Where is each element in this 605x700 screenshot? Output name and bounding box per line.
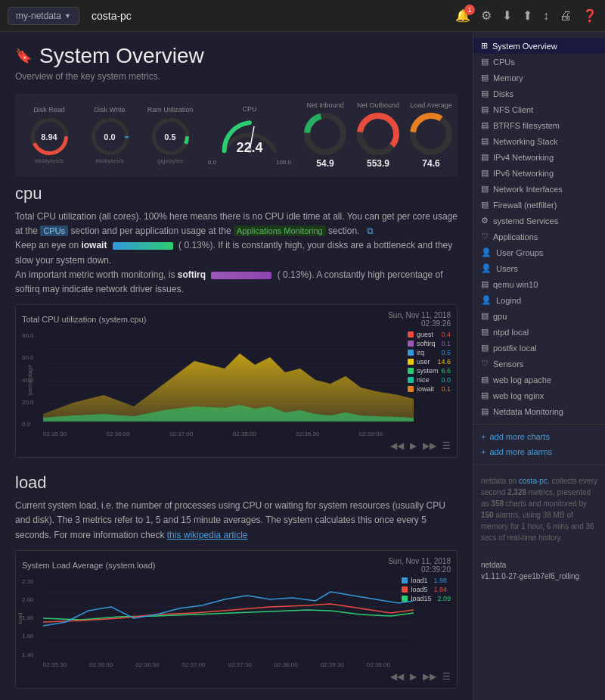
cpu-max: 100.0	[276, 159, 291, 166]
sidebar-item-label-netdata-monitoring: Netdata Monitoring	[493, 407, 563, 416]
cpu-x-3: 02:37:00	[169, 431, 193, 437]
sidebar-item-gpu[interactable]: ▤ gpu	[473, 308, 605, 324]
sidebar-item-ntpd[interactable]: ▤ ntpd local	[473, 324, 605, 340]
cpu-x-6: 02:39:00	[359, 431, 383, 437]
load-chart-controls: ◀◀ ▶ ▶▶ ☰	[22, 671, 451, 682]
export-icon[interactable]: ↕	[543, 9, 549, 23]
cpus-link[interactable]: CPUs	[40, 226, 68, 236]
sidebar-item-system-overview[interactable]: ⊞ System Overview	[473, 38, 605, 54]
gear-icon[interactable]: ⚙	[481, 8, 492, 23]
sidebar-item-applications[interactable]: ♡ Applications	[473, 229, 605, 244]
load1-value: 1.98	[433, 577, 447, 584]
cpu-next-btn[interactable]: ▶▶	[423, 440, 436, 451]
cpu-prev-btn[interactable]: ◀◀	[390, 440, 404, 451]
disk-read-gauge: Disk Read 8.94 kilobytes/s	[23, 106, 76, 164]
load-chart-header: System Load Average (system.load) Sun, N…	[22, 557, 451, 574]
cpu-x-1: 02:35:30	[43, 431, 67, 437]
add-alarms-btn[interactable]: + add more alarms	[473, 444, 605, 459]
cpu-speedometer: CPU 22.4 0.0 100.0	[204, 105, 295, 166]
sidebar-item-label-applications: Applications	[493, 232, 538, 241]
legend-softirq-value: 0.1	[441, 340, 451, 347]
bell-icon[interactable]: 🔔1	[455, 8, 470, 23]
sidebar-item-systemd[interactable]: ⚙ systemd Services	[473, 213, 605, 229]
sidebar-item-label-sensors: Sensors	[493, 359, 523, 369]
load-section: load Current system load, i.e. the numbe…	[15, 473, 458, 689]
sidebar-item-network-interfaces[interactable]: ▤ Network Interfaces	[473, 181, 605, 197]
sidebar-item-label-disks: Disks	[493, 89, 513, 98]
logind-icon: 👤	[481, 295, 492, 305]
systemd-icon: ⚙	[481, 216, 489, 226]
legend-softirq-label: softirq	[417, 340, 436, 347]
sidebar-item-web-log-apache[interactable]: ▤ web log apache	[473, 372, 605, 387]
cpu-x-4: 02:38:00	[233, 431, 256, 437]
legend-system: system6.6	[408, 367, 451, 375]
load-chart-svg	[43, 577, 414, 652]
legend-system-dot	[408, 368, 414, 374]
sidebar-item-logind[interactable]: 👤 Logind	[473, 292, 605, 308]
sidebar-item-label-ntpd: ntpd local	[493, 328, 529, 337]
qemu-icon: ▤	[481, 279, 489, 289]
cpu-x-axis: 02:35:30 02:36:00 02:37:00 02:38:00 02:3…	[43, 431, 383, 437]
download-icon[interactable]: ⬇	[502, 8, 512, 23]
cpu-menu-btn[interactable]: ☰	[442, 440, 451, 451]
disk-write-gauge: Disk Write 0.0 kilobytes/s	[83, 106, 136, 164]
softirq-text: An important metric worth monitoring, is…	[15, 269, 206, 280]
disks-nav-icon: ▤	[481, 89, 489, 98]
sidebar-item-users[interactable]: 👤 Users	[473, 260, 605, 276]
content-area: 🔖 System Overview Overview of the key sy…	[0, 32, 473, 700]
sidebar-item-user-groups[interactable]: 👤 User Groups	[473, 244, 605, 260]
add-charts-btn[interactable]: + add more charts	[473, 429, 605, 444]
sidebar-item-postfix[interactable]: ▤ postfix local	[473, 340, 605, 356]
upload-icon[interactable]: ⬆	[523, 8, 532, 23]
sidebar-item-btrfs[interactable]: ▤ BTRFS filesystem	[473, 117, 605, 133]
sidebar-item-sensors[interactable]: ♡ Sensors	[473, 356, 605, 372]
apps-link[interactable]: Applications Monitoring	[234, 226, 326, 236]
add-alarms-label: add more alarms	[489, 447, 552, 456]
sidebar-item-label-gpu: gpu	[493, 312, 507, 321]
sidebar-item-disks[interactable]: ▤ Disks	[473, 86, 605, 101]
net-inbound-label: Net Inbound	[306, 101, 343, 109]
sidebar-item-firewall[interactable]: ▤ Firewall (netfilter)	[473, 197, 605, 213]
add-charts-label: add more charts	[489, 432, 549, 441]
load-prev-btn[interactable]: ◀◀	[390, 671, 404, 682]
sidebar-item-ipv4[interactable]: ▤ IPv4 Networking	[473, 149, 605, 165]
sidebar-item-cpus[interactable]: ▤ CPUs	[473, 54, 605, 70]
sidebar-item-label-network-interfaces: Network Interfaces	[493, 185, 563, 194]
load15-dot	[402, 596, 408, 602]
cpu-x-5: 02:38:30	[296, 431, 319, 437]
sidebar-item-ipv6[interactable]: ▤ IPv6 Networking	[473, 165, 605, 181]
metrics-row: Disk Read 8.94 kilobytes/s Disk Write	[15, 94, 458, 176]
web-log-apache-icon: ▤	[481, 375, 489, 384]
netdata-dropdown-btn[interactable]: my-netdata	[8, 7, 79, 25]
load-menu-btn[interactable]: ☰	[442, 671, 451, 682]
sidebar-item-netdata-monitoring[interactable]: ▤ Netdata Monitoring	[473, 403, 605, 419]
print-icon[interactable]: 🖨	[560, 9, 572, 23]
page-subtitle: Overview of the key system metrics.	[15, 71, 458, 82]
legend-softirq-dot	[408, 341, 414, 347]
load5-dot	[402, 586, 408, 593]
cpu-desc: Total CPU utilization (all cores). 100% …	[15, 210, 458, 297]
page-title-row: 🔖 System Overview	[15, 44, 458, 68]
sidebar-item-nfs[interactable]: ▤ NFS Client	[473, 101, 605, 117]
sidebar-item-memory[interactable]: ▤ Memory	[473, 70, 605, 86]
ntpd-icon: ▤	[481, 327, 489, 337]
help-icon[interactable]: ❓	[582, 8, 597, 23]
load1-dot	[402, 577, 408, 583]
sidebar-item-networking-stack[interactable]: ▤ Networking Stack	[473, 133, 605, 149]
cpu-play-btn[interactable]: ▶	[410, 440, 417, 451]
cpu-chart-body[interactable]: 80.0 60.0 40.0 20.0 0.0 percentage	[22, 331, 451, 429]
sidebar-divider-2	[473, 464, 605, 465]
sensors-icon: ♡	[481, 359, 489, 369]
load-play-btn[interactable]: ▶	[410, 671, 417, 682]
sidebar-item-web-log-nginx[interactable]: ▤ web log nginx	[473, 387, 605, 403]
web-log-nginx-icon: ▤	[481, 390, 489, 400]
load-chart-body[interactable]: 2.20 2.00 1.80 1.60 1.40 load	[22, 577, 451, 660]
users-icon: 👤	[481, 263, 492, 273]
wiki-link[interactable]: this wikipedia article	[167, 530, 248, 540]
cpu-section: cpu Total CPU utilization (all cores). 1…	[15, 184, 458, 458]
load-next-btn[interactable]: ▶▶	[423, 671, 436, 682]
legend-irq: irq0.5	[408, 349, 451, 356]
sidebar-item-qemu[interactable]: ▤ qemu win10	[473, 276, 605, 292]
bookmark-icon: 🔖	[15, 48, 32, 64]
cpu-desc3: section.	[328, 226, 359, 236]
